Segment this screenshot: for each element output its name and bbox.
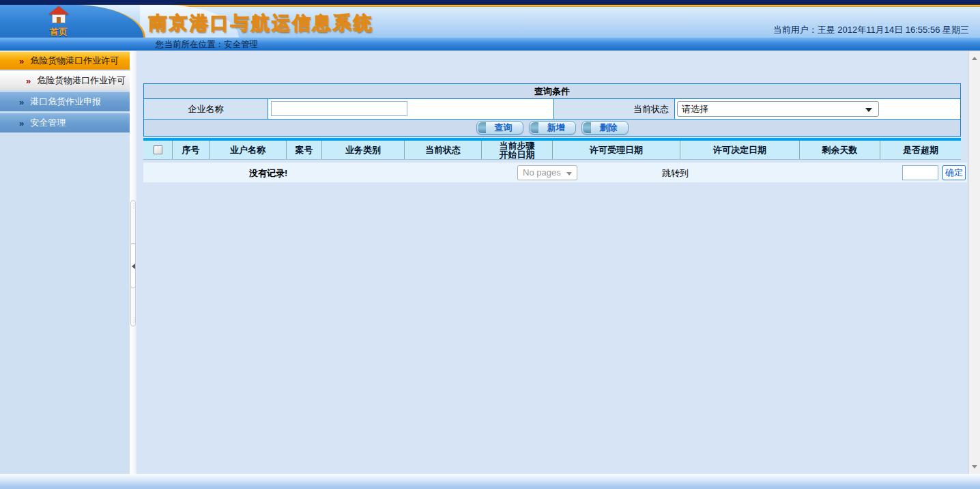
sidebar-item-safety-management[interactable]: » 安全管理 — [0, 113, 130, 132]
sidebar-subitem-dangerous-goods-permit[interactable]: » 危险货物港口作业许可 — [0, 71, 130, 90]
scroll-up-arrow-icon[interactable] — [969, 53, 980, 64]
pages-select[interactable]: No pages — [517, 165, 577, 180]
pagination-bar: 没有记录! No pages 跳转到 确定 — [143, 163, 967, 182]
splitter-slider[interactable]: ⋮⋮ ⋮⋮ — [130, 200, 136, 326]
splitter-grip-icon: ⋮⋮ — [131, 204, 135, 209]
confirm-button[interactable]: 确定 — [942, 165, 966, 180]
select-all-checkbox[interactable] — [154, 145, 162, 154]
column-header-overdue: 是否超期 — [880, 141, 961, 159]
company-name-label: 企业名称 — [144, 99, 268, 119]
submenu-arrow-icon: » — [26, 76, 31, 85]
home-icon — [47, 6, 70, 25]
query-buttons-row: 查询 新增 删除 — [144, 120, 960, 136]
sidebar-item-port-cargo-declaration[interactable]: » 港口危货作业申报 — [0, 92, 130, 111]
sidebar-item-label: 危险货物港口作业许可 — [30, 55, 119, 67]
column-header-seq: 序号 — [173, 141, 210, 159]
select-all-cell — [143, 141, 173, 159]
current-status-cell: 请选择 — [675, 99, 960, 119]
home-label: 首页 — [45, 26, 72, 38]
current-status-selected-value: 请选择 — [682, 104, 708, 114]
column-header-current-status: 当前状态 — [405, 141, 482, 159]
results-table-header: 序号 业户名称 案号 业务类别 当前状态 当前步骤 开始日期 许可受理日期 许可… — [143, 141, 961, 160]
query-form: 查询条件 企业名称 当前状态 请选择 查询 新增 删除 — [143, 83, 961, 137]
breadcrumb: 您当前所在位置：安全管理 — [156, 39, 258, 51]
sidebar-splitter: ⋮⋮ ⋮⋮ — [130, 51, 136, 474]
menu-arrow-icon: » — [19, 57, 24, 66]
home-button[interactable]: 首页 — [45, 6, 72, 38]
vertical-scrollbar[interactable] — [968, 51, 980, 474]
splitter-grip-icon: ⋮⋮ — [131, 318, 135, 323]
pages-select-value: No pages — [523, 167, 561, 178]
delete-button[interactable]: 删除 — [581, 121, 629, 135]
main-content: 查询条件 企业名称 当前状态 请选择 查询 新增 删除 — [136, 51, 968, 474]
sidebar-menu: » 危险货物港口作业许可 » 危险货物港口作业许可 » 港口危货作业申报 » 安… — [0, 51, 130, 474]
column-header-decision-date: 许可决定日期 — [680, 141, 800, 159]
current-status-label: 当前状态 — [554, 99, 675, 119]
query-panel-title: 查询条件 — [144, 84, 960, 99]
sidebar-item-label: 港口危货作业申报 — [30, 96, 101, 108]
column-header-accept-date: 许可受理日期 — [553, 141, 680, 159]
current-status-select[interactable]: 请选择 — [677, 101, 879, 117]
sidebar-item-label: 安全管理 — [30, 117, 66, 129]
current-user-info: 当前用户：王昱 2012年11月14日 16:55:56 星期三 — [773, 24, 969, 36]
column-header-business-type: 业务类别 — [322, 141, 405, 159]
column-header-days-remaining: 剩余天数 — [800, 141, 880, 159]
empty-records-message: 没有记录! — [249, 167, 287, 180]
menu-arrow-icon: » — [19, 98, 24, 107]
jump-to-label: 跳转到 — [662, 167, 689, 180]
app-window: 首页 南京港口与航运信息系统 当前用户：王昱 2012年11月14日 16:55… — [0, 0, 980, 489]
footer-bar — [0, 474, 980, 489]
query-form-row: 企业名称 当前状态 请选择 — [144, 99, 960, 120]
menu-arrow-icon: » — [19, 119, 24, 128]
column-header-case-no: 案号 — [287, 141, 322, 159]
gold-accent-line — [140, 5, 980, 7]
column-header-company: 业户名称 — [210, 141, 287, 159]
sidebar-item-label: 危险货物港口作业许可 — [37, 74, 126, 87]
top-navy-bar — [0, 0, 980, 5]
company-name-cell — [268, 99, 554, 119]
system-title: 南京港口与航运信息系统 — [149, 11, 374, 36]
company-name-input[interactable] — [271, 101, 407, 116]
breadcrumb-bar: 您当前所在位置：安全管理 — [0, 38, 980, 51]
search-button[interactable]: 查询 — [476, 121, 523, 135]
jump-to-page-input[interactable] — [902, 165, 938, 180]
column-header-current-step-date: 当前步骤 开始日期 — [482, 141, 553, 159]
add-button[interactable]: 新增 — [529, 121, 576, 135]
scroll-down-arrow-icon[interactable] — [969, 461, 980, 473]
logo-curve-border — [0, 5, 145, 38]
splitter-collapse-handle[interactable] — [130, 243, 136, 288]
app-header: 首页 南京港口与航运信息系统 当前用户：王昱 2012年11月14日 16:55… — [0, 5, 980, 38]
sidebar-item-dangerous-goods-permit[interactable]: » 危险货物港口作业许可 — [0, 51, 130, 70]
